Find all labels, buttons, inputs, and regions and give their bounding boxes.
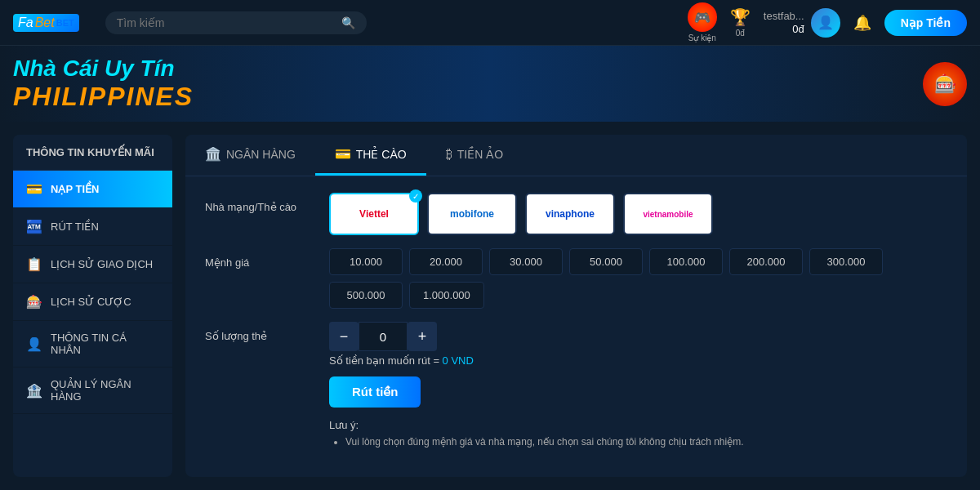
hero-text-1: Nhà Cái Uy Tín	[13, 56, 967, 82]
amount-grid: 10.000 20.000 30.000 50.000 100.000 200.…	[329, 248, 947, 309]
vinaphone-name: vinaphone	[546, 208, 595, 220]
mobifone-name: mobifone	[450, 208, 494, 220]
badge-icon: 🎰	[934, 74, 956, 95]
nap-tien-icon: 💳	[26, 181, 42, 197]
provider-row: Nhà mạng/Thẻ cào ✓ Viettel mobifone vina…	[205, 193, 947, 235]
logo-bet: Bet	[35, 16, 55, 30]
logo-small: BET	[56, 18, 74, 28]
card-content: Nhà mạng/Thẻ cào ✓ Viettel mobifone vina…	[185, 176, 967, 477]
sidebar-label-lich-su-giao-dich: LỊCH SỬ GIAO DỊCH	[51, 258, 153, 270]
lich-su-giao-dich-icon: 📋	[26, 256, 42, 272]
amount-info-prefix: Số tiền bạn muốn rút =	[329, 354, 443, 367]
ngan-hang-tab-label: NGÂN HÀNG	[226, 148, 296, 161]
header-right: 🎮 Sự kiện 🏆 0đ testfab... 0đ 👤 🔔 Nạp Tiề…	[688, 2, 967, 42]
sidebar: THÔNG TIN KHUYẾN MÃI 💳 NẠP TIỀN 🏧 RÚT TI…	[13, 135, 172, 477]
tab-tien-ao[interactable]: ₿ TIỀN ẢO	[426, 135, 523, 176]
provider-viettel[interactable]: ✓ Viettel	[329, 193, 419, 235]
trophy-icon: 🏆	[730, 7, 751, 27]
viettel-check: ✓	[409, 189, 422, 203]
sidebar-item-rut-tien[interactable]: 🏧 RÚT TIỀN	[13, 208, 172, 246]
amount-100000[interactable]: 100.000	[649, 248, 723, 275]
the-cao-tab-label: THẺ CÀO	[356, 148, 407, 161]
search-bar: 🔍	[105, 11, 367, 34]
so-luong-label: Số lượng thẻ	[205, 322, 319, 342]
user-avatar[interactable]: 👤	[811, 8, 840, 38]
logo-fa: Fa	[18, 16, 33, 30]
vietnamobile-name: vietnamobile	[643, 210, 693, 219]
hero-banner: Nhà Cái Uy Tín PHILIPPINES 🎰	[0, 46, 980, 122]
provider-vinaphone[interactable]: vinaphone	[525, 193, 615, 235]
nap-tien-button[interactable]: Nạp Tiền	[884, 10, 967, 36]
note-title: Lưu ý:	[329, 419, 947, 431]
tab-ngan-hang[interactable]: 🏛️ NGÂN HÀNG	[185, 135, 315, 176]
rut-tien-icon: 🏧	[26, 219, 42, 234]
amount-20000[interactable]: 20.000	[409, 248, 483, 275]
sidebar-header: THÔNG TIN KHUYẾN MÃI	[13, 135, 172, 171]
user-section: testfab... 0đ 👤	[764, 8, 840, 38]
quantity-row: − +	[329, 322, 947, 351]
so-luong-row: Số lượng thẻ − + Số tiền bạn muốn rút = …	[205, 322, 947, 448]
ngan-hang-tab-icon: 🏛️	[205, 146, 221, 162]
note-section: Lưu ý: Vui lòng chọn đúng mệnh giá và nh…	[329, 419, 947, 448]
sidebar-label-rut-tien: RÚT TIỀN	[51, 220, 99, 233]
amount-500000[interactable]: 500.000	[329, 282, 403, 309]
right-panel: 🏛️ NGÂN HÀNG 💳 THẺ CÀO ₿ TIỀN ẢO Nhà mạn…	[185, 135, 967, 477]
qty-plus-button[interactable]: +	[408, 322, 437, 351]
amount-50000[interactable]: 50.000	[569, 248, 643, 275]
search-icon: 🔍	[341, 16, 355, 29]
hero-text-2: PHILIPPINES	[13, 82, 967, 112]
event-label: Sự kiện	[688, 33, 716, 42]
menh-gia-row: Mệnh giá 10.000 20.000 30.000 50.000 100…	[205, 248, 947, 309]
amount-1000000[interactable]: 1.000.000	[409, 282, 484, 309]
provider-vietnamobile[interactable]: vietnamobile	[623, 193, 713, 235]
sidebar-item-nap-tien[interactable]: 💳 NẠP TIỀN	[13, 171, 172, 208]
sidebar-label-nap-tien: NẠP TIỀN	[51, 183, 99, 195]
sidebar-item-lich-su-cuoc[interactable]: 🎰 LỊCH SỬ CƯỢC	[13, 283, 172, 321]
balance-label: 0đ	[736, 29, 745, 38]
trophy-button[interactable]: 🏆 0đ	[730, 7, 751, 38]
sidebar-label-quan-ly-ngan-hang: QUẢN LÝ NGÂN HÀNG	[51, 378, 159, 403]
sidebar-label-thong-tin-ca-nhan: THÔNG TIN CÁ NHÂN	[51, 332, 159, 356]
provider-mobifone[interactable]: mobifone	[427, 193, 517, 235]
thong-tin-ca-nhan-icon: 👤	[26, 336, 42, 352]
provider-label: Nhà mạng/Thẻ cào	[205, 193, 319, 213]
main-content: THÔNG TIN KHUYẾN MÃI 💳 NẠP TIỀN 🏧 RÚT TI…	[0, 122, 980, 490]
tabs: 🏛️ NGÂN HÀNG 💳 THẺ CÀO ₿ TIỀN ẢO	[185, 135, 967, 176]
header: Fa Bet BET 🔍 🎮 Sự kiện 🏆 0đ testfab... 0…	[0, 0, 980, 46]
qty-input[interactable]	[359, 322, 408, 351]
submit-button[interactable]: Rút tiền	[329, 376, 421, 408]
note-list: Vui lòng chọn đúng mệnh giá và nhà mạng,…	[329, 436, 947, 448]
quan-ly-ngan-hang-icon: 🏦	[26, 383, 42, 399]
menh-gia-label: Mệnh giá	[205, 248, 319, 269]
provider-cards: ✓ Viettel mobifone vinaphone vietnamobil…	[329, 193, 947, 235]
logo[interactable]: Fa Bet BET	[13, 14, 79, 32]
lich-su-cuoc-icon: 🎰	[26, 294, 42, 310]
amount-info: Số tiền bạn muốn rút = 0 VND	[329, 354, 947, 367]
viettel-name: Viettel	[359, 208, 389, 220]
amount-30000[interactable]: 30.000	[489, 248, 563, 275]
hero-badge: 🎰	[923, 62, 967, 106]
event-icon: 🎮	[688, 2, 717, 32]
user-balance: 0đ	[792, 23, 804, 35]
event-button[interactable]: 🎮 Sự kiện	[688, 2, 717, 42]
amount-200000[interactable]: 200.000	[729, 248, 803, 275]
sidebar-label-lich-su-cuoc: LỊCH SỬ CƯỢC	[51, 296, 131, 308]
sidebar-item-lich-su-giao-dich[interactable]: 📋 LỊCH SỬ GIAO DỊCH	[13, 246, 172, 283]
qty-minus-button[interactable]: −	[329, 322, 359, 351]
bell-icon[interactable]: 🔔	[853, 14, 871, 32]
tab-the-cao[interactable]: 💳 THẺ CÀO	[315, 135, 426, 176]
note-item-1: Vui lòng chọn đúng mệnh giá và nhà mạng,…	[345, 436, 947, 448]
the-cao-tab-icon: 💳	[335, 146, 351, 162]
avatar-icon: 👤	[817, 15, 834, 30]
search-input[interactable]	[117, 16, 335, 29]
amount-10000[interactable]: 10.000	[329, 248, 403, 275]
tien-ao-tab-icon: ₿	[446, 147, 452, 162]
amount-300000[interactable]: 300.000	[809, 248, 883, 275]
sidebar-item-quan-ly-ngan-hang[interactable]: 🏦 QUẢN LÝ NGÂN HÀNG	[13, 368, 172, 414]
sidebar-item-thong-tin-ca-nhan[interactable]: 👤 THÔNG TIN CÁ NHÂN	[13, 321, 172, 368]
tien-ao-tab-label: TIỀN ẢO	[457, 148, 503, 161]
quantity-section: − + Số tiền bạn muốn rút = 0 VND Rút tiề…	[329, 322, 947, 448]
amount-info-value: 0 VND	[443, 354, 474, 367]
username: testfab...	[764, 10, 804, 22]
